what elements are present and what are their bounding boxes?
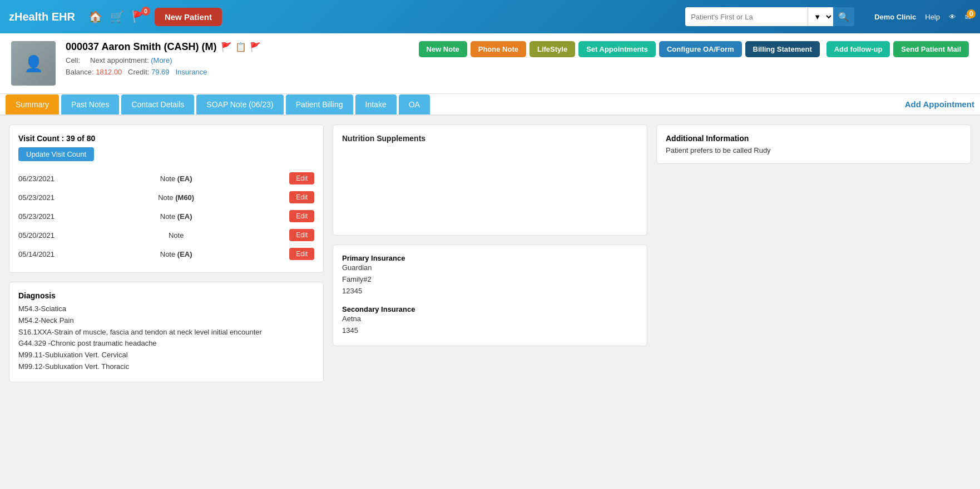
balance-value: 1812.00 — [96, 68, 122, 76]
secondary-insurance-name: Aetna — [342, 313, 638, 325]
left-column: Visit Count : 39 of 80 Update Visit Coun… — [9, 124, 324, 473]
diagnosis-item: M54.2-Neck Pain — [18, 315, 314, 327]
note-row: 05/14/2021 Note (EA) Edit — [18, 244, 314, 263]
note-type: Note (EA) — [160, 250, 192, 258]
tab-intake[interactable]: Intake — [355, 94, 397, 114]
flag-nav-icon[interactable]: 🚩 0 — [132, 10, 146, 23]
home-icon[interactable]: 🏠 — [88, 10, 102, 23]
nutrition-card: Nutrition Supplements — [333, 124, 647, 236]
tab-past-notes[interactable]: Past Notes — [61, 94, 119, 114]
right-column: Additional Information Patient prefers t… — [656, 124, 971, 473]
diagnosis-item: G44.329 -Chronic post traumatic headache — [18, 338, 314, 350]
add-appointment-link[interactable]: Add Appointment — [905, 94, 974, 114]
primary-insurance-group: Family#2 — [342, 274, 638, 286]
patient-id-name: 000037 Aaron Smith (CASH) (M) — [66, 41, 216, 53]
search-dropdown[interactable]: ▼ — [808, 7, 833, 26]
header: zHealth EHR 🏠 🛒 🚩 0 New Patient ▼ 🔍 Demo… — [0, 0, 980, 33]
more-link[interactable]: (More) — [151, 56, 172, 64]
tabs-bar: Summary Past Notes Contact Details SOAP … — [0, 94, 980, 116]
edit-note-button[interactable]: Edit — [289, 229, 314, 241]
tab-soap-note[interactable]: SOAP Note (06/23) — [196, 94, 283, 114]
patient-info: 000037 Aaron Smith (CASH) (M) 🚩 📋 🚩 Cell… — [66, 41, 409, 76]
patient-details: Cell: Next appointment: (More) — [66, 56, 409, 64]
message-icon-wrapper: ✉ 0 — [965, 13, 971, 21]
additional-info-text: Patient prefers to be called Rudy — [666, 146, 962, 154]
lifestyle-button[interactable]: LifeStyle — [529, 41, 575, 57]
diagnosis-item: M99.12-Subluxation Vert. Thoracic — [18, 361, 314, 373]
primary-insurance-title: Primary Insurance — [342, 254, 638, 262]
diagnosis-item: M99.11-Subluxation Vert. Cervical — [18, 350, 314, 361]
message-badge: 0 — [967, 9, 976, 18]
note-type: Note — [169, 231, 184, 239]
tab-patient-billing[interactable]: Patient Billing — [286, 94, 353, 114]
patient-bar: 👤 000037 Aaron Smith (CASH) (M) 🚩 📋 🚩 Ce… — [0, 33, 980, 94]
diagnoses-list: M54.3-SciaticaM54.2-Neck PainS16.1XXA-St… — [18, 303, 314, 373]
add-followup-button[interactable]: Add follow-up — [826, 41, 890, 57]
note-date: 05/14/2021 — [18, 250, 63, 258]
visit-count-label: Visit Count : — [18, 134, 66, 143]
edit-note-button[interactable]: Edit — [289, 210, 314, 222]
insurance-card: Primary Insurance Guardian Family#2 1234… — [333, 244, 647, 346]
credit-value: 79.69 — [151, 68, 170, 76]
additional-info-title: Additional Information — [666, 134, 962, 143]
tab-oa[interactable]: OA — [399, 94, 430, 114]
set-appointments-button[interactable]: Set Appointments — [578, 41, 656, 57]
nav-icons: 🏠 🛒 🚩 0 — [88, 10, 146, 23]
note-date: 05/20/2021 — [18, 231, 63, 239]
search-button[interactable]: 🔍 — [833, 7, 854, 26]
insurance-link[interactable]: Insurance — [175, 68, 207, 76]
note-row: 05/23/2021 Note (M60) Edit — [18, 188, 314, 207]
note-row: 05/23/2021 Note (EA) Edit — [18, 207, 314, 226]
table-icon[interactable]: 📋 — [235, 42, 246, 52]
update-visit-count-button[interactable]: Update Visit Count — [18, 147, 94, 161]
diagnosis-item: M54.3-Sciatica — [18, 303, 314, 315]
notes-list: 06/23/2021 Note (EA) Edit 05/23/2021 Not… — [18, 169, 314, 263]
edit-note-button[interactable]: Edit — [289, 248, 314, 260]
nutrition-title: Nutrition Supplements — [342, 134, 638, 143]
app-logo: zHealth EHR — [9, 11, 75, 23]
billing-statement-button[interactable]: Billing Statement — [745, 41, 820, 57]
note-type: Note (EA) — [160, 174, 192, 183]
main-content: Visit Count : 39 of 80 Update Visit Coun… — [0, 116, 980, 482]
avatar: 👤 — [11, 41, 56, 86]
secondary-insurance-title: Secondary Insurance — [342, 305, 638, 313]
patient-balance: Balance: 1812.00 Credit: 79.69 Insurance — [66, 68, 409, 76]
primary-insurance-name: Guardian — [342, 262, 638, 274]
flag-icon-2[interactable]: 🚩 — [250, 42, 261, 52]
header-right: Demo Clinic Help 👁 ✉ 0 — [874, 13, 971, 21]
send-patient-mail-button[interactable]: Send Patient Mail — [893, 41, 969, 57]
tab-contact-details[interactable]: Contact Details — [121, 94, 194, 114]
mid-column: Nutrition Supplements Primary Insurance … — [333, 124, 647, 473]
note-date: 06/23/2021 — [18, 174, 63, 183]
patient-actions: New Note Phone Note LifeStyle Set Appoin… — [419, 41, 969, 57]
flag-icon-1[interactable]: 🚩 — [221, 42, 232, 52]
search-input[interactable] — [685, 7, 808, 26]
new-note-button[interactable]: New Note — [419, 41, 467, 57]
primary-insurance-number: 12345 — [342, 286, 638, 297]
clinic-name: Demo Clinic — [874, 13, 916, 21]
edit-note-button[interactable]: Edit — [289, 191, 314, 203]
help-eye-icon[interactable]: 👁 — [949, 13, 956, 21]
cart-icon[interactable]: 🛒 — [110, 10, 124, 23]
visit-count-value: 39 of 80 — [66, 134, 95, 143]
diagnosis-title: Diagnosis — [18, 291, 314, 300]
diagnosis-card: Diagnosis M54.3-SciaticaM54.2-Neck PainS… — [9, 282, 324, 382]
search-bar: ▼ 🔍 — [685, 7, 854, 26]
avatar-image: 👤 — [11, 41, 56, 86]
note-date: 05/23/2021 — [18, 193, 63, 202]
visit-count-display: Visit Count : 39 of 80 — [18, 134, 314, 143]
note-type: Note (M60) — [158, 193, 194, 202]
additional-info-card: Additional Information Patient prefers t… — [656, 124, 971, 164]
edit-note-button[interactable]: Edit — [289, 172, 314, 184]
visit-count-card: Visit Count : 39 of 80 Update Visit Coun… — [9, 124, 324, 273]
diagnosis-item: S16.1XXA-Strain of muscle, fascia and te… — [18, 327, 314, 338]
note-row: 05/20/2021 Note Edit — [18, 226, 314, 244]
flag-badge: 0 — [141, 7, 150, 16]
new-patient-button[interactable]: New Patient — [155, 8, 222, 26]
tab-summary[interactable]: Summary — [6, 94, 59, 114]
note-row: 06/23/2021 Note (EA) Edit — [18, 169, 314, 188]
help-label[interactable]: Help — [925, 13, 940, 21]
configure-oa-button[interactable]: Configure OA/Form — [659, 41, 742, 57]
secondary-insurance-number: 1345 — [342, 325, 638, 337]
phone-note-button[interactable]: Phone Note — [471, 41, 526, 57]
